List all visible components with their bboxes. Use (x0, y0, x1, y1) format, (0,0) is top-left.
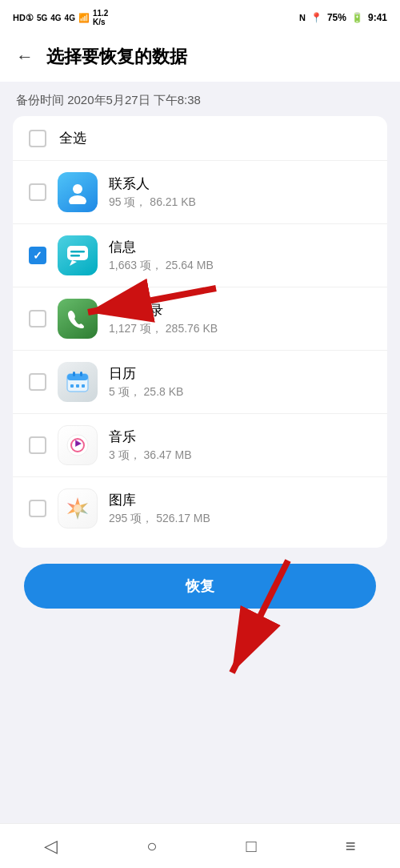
calendar-icon (58, 362, 98, 402)
restore-button-container: 恢复 (0, 548, 400, 618)
list-item[interactable]: 通话记录 1,127 项， 285.76 KB (13, 287, 387, 351)
recent-nav-button[interactable]: □ (246, 836, 257, 857)
contacts-checkbox[interactable] (29, 183, 46, 201)
select-all-row[interactable]: 全选 (13, 116, 387, 161)
svg-rect-2 (67, 246, 88, 260)
signal-4g: 4G (50, 14, 61, 22)
music-detail: 3 项， 36.47 MB (109, 448, 371, 463)
page-title: 选择要恢复的数据 (46, 45, 187, 69)
list-item[interactable]: 日历 5 项， 25.8 KB (13, 351, 387, 414)
location-icon: 📍 (310, 12, 322, 23)
header: ← 选择要恢复的数据 (0, 35, 400, 82)
svg-rect-7 (67, 374, 88, 380)
battery-icon: 🔋 (351, 12, 363, 23)
nfc-icon: N (299, 13, 306, 22)
back-nav-button[interactable]: ◁ (44, 836, 58, 857)
calendar-checkbox[interactable] (29, 373, 46, 391)
gallery-info: 图库 295 项， 526.17 MB (109, 491, 371, 526)
music-icon (58, 425, 98, 465)
back-button[interactable]: ← (16, 48, 34, 66)
list-item[interactable]: 音乐 3 项， 36.47 MB (13, 414, 387, 477)
svg-marker-3 (70, 260, 77, 266)
status-right: N 📍 75% 🔋 9:41 (299, 12, 387, 23)
wifi-icon: 📶 (78, 13, 90, 23)
music-name: 音乐 (109, 428, 371, 446)
gallery-detail: 295 项， 526.17 MB (109, 512, 371, 526)
bottom-nav: ◁ ○ □ ≡ (0, 823, 400, 868)
svg-rect-10 (70, 384, 74, 388)
messages-checkbox[interactable] (29, 247, 46, 264)
signal-4g2: 4G (65, 14, 75, 22)
messages-name: 信息 (109, 238, 371, 256)
messages-icon (58, 235, 98, 275)
list-item[interactable]: 图库 295 项， 526.17 MB (13, 477, 387, 540)
svg-point-1 (69, 195, 86, 204)
calendar-info: 日历 5 项， 25.8 KB (109, 364, 371, 400)
svg-rect-4 (70, 251, 85, 253)
speed-label: 11.2K/s (93, 9, 108, 26)
home-nav-button[interactable]: ○ (146, 836, 157, 857)
svg-rect-9 (80, 372, 82, 376)
contacts-detail: 95 项， 86.21 KB (109, 195, 371, 210)
select-all-checkbox[interactable] (29, 130, 46, 147)
menu-nav-button[interactable]: ≡ (346, 836, 356, 857)
svg-rect-11 (76, 384, 79, 388)
svg-rect-12 (82, 384, 85, 388)
data-card: 全选 联系人 95 项， 86.21 KB 信息 1,6 (13, 116, 387, 548)
messages-info: 信息 1,663 项， 25.64 MB (109, 238, 371, 273)
battery-label: 75% (327, 12, 346, 23)
status-bar: HD① 5G 4G 4G 📶 11.2K/s N 📍 75% 🔋 9:41 (0, 0, 400, 35)
svg-rect-5 (70, 255, 80, 257)
music-checkbox[interactable] (29, 436, 46, 454)
network-label: HD① (13, 13, 34, 23)
gallery-checkbox[interactable] (29, 500, 46, 517)
signal-5g: 5G (37, 14, 47, 22)
music-info: 音乐 3 项， 36.47 MB (109, 428, 371, 463)
time-label: 9:41 (368, 12, 387, 23)
calendar-detail: 5 项， 25.8 KB (109, 385, 371, 400)
messages-detail: 1,663 项， 25.64 MB (109, 259, 371, 273)
contacts-icon (58, 172, 98, 212)
select-all-label: 全选 (59, 129, 86, 147)
calllog-info: 通话记录 1,127 项， 285.76 KB (109, 301, 371, 336)
calllog-checkbox[interactable] (29, 310, 46, 328)
svg-point-0 (73, 184, 82, 194)
contacts-info: 联系人 95 项， 86.21 KB (109, 175, 371, 210)
svg-point-16 (74, 504, 82, 512)
list-item[interactable]: 信息 1,663 项， 25.64 MB (13, 224, 387, 287)
gallery-icon (58, 488, 98, 528)
svg-rect-8 (73, 372, 75, 376)
list-item[interactable]: 联系人 95 项， 86.21 KB (13, 161, 387, 224)
calllog-name: 通话记录 (109, 301, 371, 319)
status-left: HD① 5G 4G 4G 📶 11.2K/s (13, 9, 108, 26)
backup-time: 备份时间 2020年5月27日 下午8:38 (0, 82, 400, 116)
phone-icon (58, 299, 98, 339)
calendar-name: 日历 (109, 364, 371, 383)
calllog-detail: 1,127 项， 285.76 KB (109, 322, 371, 336)
contacts-name: 联系人 (109, 175, 371, 193)
gallery-name: 图库 (109, 491, 371, 509)
restore-button[interactable]: 恢复 (24, 564, 376, 609)
